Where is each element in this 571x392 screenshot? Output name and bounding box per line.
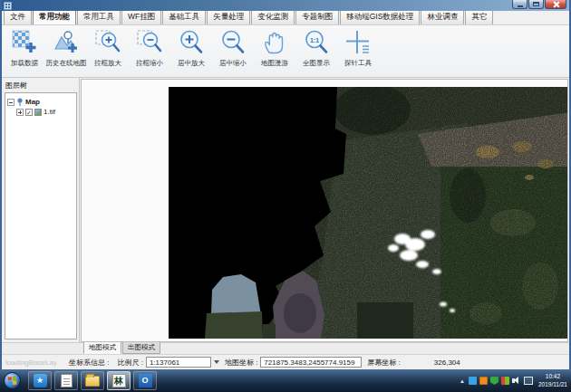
tab-forestry-survey[interactable]: 林业调查	[421, 9, 464, 24]
start-button[interactable]	[4, 372, 21, 389]
map-coord-label: 地图坐标 :	[225, 358, 257, 368]
tool-label: 拉框放大	[94, 59, 121, 68]
tool-label: 加载数据	[11, 59, 38, 68]
expand-icon[interactable]	[16, 109, 24, 116]
full-extent-button[interactable]: 1:1 全图显示	[295, 27, 337, 77]
minimize-icon	[518, 5, 523, 7]
system-tray: ▲ 10:42 2019/11/21	[460, 369, 569, 392]
history-online-map-icon	[53, 29, 80, 56]
clock-time: 10:42	[538, 373, 567, 381]
tray-messenger-icon[interactable]	[469, 377, 477, 385]
center-zoom-in-icon	[178, 29, 205, 56]
minimize-button[interactable]	[512, 0, 527, 9]
probe-tool-icon	[344, 29, 372, 56]
tab-thematic-mapping[interactable]: 专题制图	[295, 9, 339, 24]
map-view[interactable]	[81, 79, 568, 342]
application-window: 文件 常用功能 常用工具 WF挂图 基础工具 矢量处理 变化监测 专题制图 移动…	[0, 0, 571, 369]
box-zoom-out-button[interactable]: 拉框缩小	[129, 27, 170, 77]
load-data-button[interactable]: 加载数据	[4, 27, 45, 77]
scale-label: 比例尺 :	[117, 358, 142, 368]
tool-label: 居中缩小	[219, 59, 247, 68]
tool-label: 居中放大	[178, 59, 205, 68]
taskbar-explorer-app[interactable]	[81, 371, 104, 390]
tree-node-map[interactable]: Map	[7, 97, 74, 107]
taskbar-clock[interactable]: 10:42 2019/11/21	[538, 373, 567, 389]
layer-panel: 图层树 Map ✓ 1.tif	[2, 78, 80, 342]
taskbar-forest-gis-app[interactable]: 林	[107, 371, 131, 390]
tray-antivirus-icon[interactable]	[490, 377, 498, 385]
tab-common-functions[interactable]: 常用功能	[33, 9, 76, 24]
center-zoom-out-icon	[219, 29, 247, 56]
history-online-map-button[interactable]: 历史在线地图	[45, 27, 87, 77]
raster-layer-icon	[34, 109, 42, 116]
tray-flag-icon[interactable]	[501, 377, 509, 385]
windows-taskbar: ★ 林 O ▲ 10:42 2019/11/21	[0, 369, 571, 392]
tab-basic-tools[interactable]: 基础工具	[162, 9, 206, 24]
tab-map-mode[interactable]: 地图模式	[83, 341, 121, 354]
maximize-button[interactable]	[528, 0, 544, 9]
menu-tab-bar: 文件 常用功能 常用工具 WF挂图 基础工具 矢量处理 变化监测 专题制图 移动…	[2, 11, 569, 25]
scale-value: 1:137061	[150, 359, 179, 367]
tab-file[interactable]: 文件	[4, 9, 32, 24]
network-icon[interactable]	[524, 377, 533, 385]
pan-hand-icon	[261, 29, 288, 56]
maximize-icon	[533, 2, 539, 6]
map-coord-field: 721875.3483,2455774.9159	[260, 357, 362, 368]
taskbar-o-app[interactable]: O	[133, 371, 157, 390]
tool-label: 历史在线地图	[46, 59, 87, 68]
volume-icon[interactable]	[512, 377, 521, 385]
notepad-app-icon	[61, 374, 73, 387]
scale-combobox[interactable]: 1:137061	[146, 357, 211, 368]
pan-button[interactable]: 地图漫游	[254, 27, 295, 77]
map-root-label: Map	[25, 98, 40, 106]
tab-common-tools[interactable]: 常用工具	[77, 9, 121, 24]
tray-expand-icon[interactable]: ▲	[460, 378, 465, 384]
title-bar	[2, 0, 569, 11]
layer-visibility-checkbox[interactable]: ✓	[25, 109, 33, 116]
loading-status-text: loadingBaseLayer	[5, 359, 56, 367]
tab-mobile-gis-data[interactable]: 移动端GIS数据处理	[340, 9, 420, 24]
layer-panel-title: 图层树	[2, 78, 79, 92]
center-zoom-out-button[interactable]: 居中缩小	[212, 27, 254, 77]
tool-label: 探针工具	[344, 59, 372, 68]
main-toolbar: 加载数据 历史在线地图 拉框放大	[2, 25, 569, 78]
tab-vector-processing[interactable]: 矢量处理	[207, 9, 250, 24]
map-pin-icon	[16, 98, 24, 106]
clock-date: 2019/11/21	[538, 381, 567, 389]
box-zoom-out-icon	[136, 29, 163, 56]
one-to-one-glyph: 1:1	[310, 37, 319, 43]
satellite-imagery[interactable]	[169, 87, 568, 339]
tray-orange-app-icon[interactable]	[479, 377, 488, 385]
box-zoom-in-button[interactable]: 拉框放大	[87, 27, 129, 77]
dropdown-arrow-icon[interactable]	[214, 360, 219, 364]
o-app-icon: O	[139, 374, 152, 387]
tool-label: 拉框缩小	[136, 59, 163, 68]
screen-coord-label: 屏幕坐标 :	[367, 358, 400, 368]
windows-logo-icon	[8, 377, 17, 386]
close-icon	[553, 1, 559, 7]
layer-tree: Map ✓ 1.tif	[5, 92, 77, 339]
collapse-icon[interactable]	[7, 99, 15, 106]
status-bar: loadingBaseLayer 坐标系信息 : 比例尺 : 1:137061 …	[2, 354, 569, 369]
app-logo-icon	[4, 2, 12, 10]
map-coord-value: 721875.3483,2455774.9159	[264, 359, 354, 367]
tool-label: 地图漫游	[261, 59, 288, 68]
layer-name: 1.tif	[44, 108, 55, 116]
star-app-icon: ★	[34, 374, 47, 387]
center-zoom-in-button[interactable]: 居中放大	[170, 27, 212, 77]
full-extent-icon: 1:1	[303, 29, 330, 56]
tab-change-monitoring[interactable]: 变化监测	[251, 9, 295, 24]
tab-other[interactable]: 其它	[465, 9, 493, 24]
crs-label: 坐标系信息 :	[69, 358, 109, 368]
tab-layout-mode[interactable]: 出图模式	[122, 341, 160, 354]
tree-node-layer[interactable]: ✓ 1.tif	[7, 107, 74, 117]
tab-wf-map[interactable]: WF挂图	[121, 9, 161, 24]
folder-icon	[85, 376, 100, 387]
view-mode-tab-bar: 地图模式 出图模式	[2, 342, 569, 354]
close-button[interactable]	[545, 0, 566, 9]
tool-label: 全图显示	[303, 59, 330, 68]
load-data-icon	[11, 29, 38, 56]
taskbar-notepad-app[interactable]	[54, 371, 78, 390]
probe-tool-button[interactable]: 探针工具	[337, 27, 379, 77]
taskbar-star-app[interactable]: ★	[28, 371, 52, 390]
